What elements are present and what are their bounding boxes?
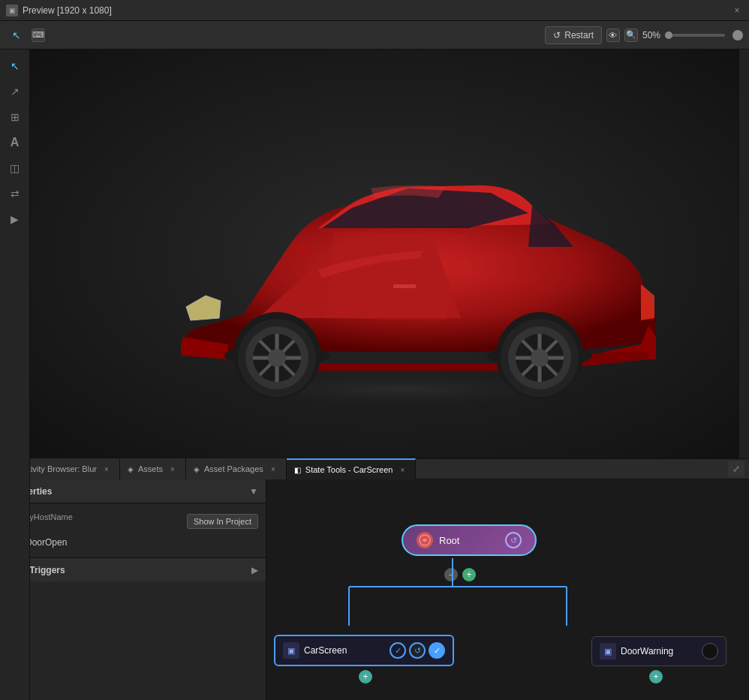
properties-toggle[interactable]: ▼ [249,486,258,497]
root-node[interactable]: Root ↺ [402,524,537,556]
zoom-slider[interactable] [665,34,725,37]
svg-point-20 [531,349,549,367]
eye-icon[interactable]: 👁 [606,29,620,42]
root-node-icon [417,532,433,548]
carscreen-check-btn[interactable]: ✓ [390,642,406,659]
carscreen-refresh-btn[interactable]: ↺ [409,642,426,659]
root-node-label: Root [439,535,459,546]
cursor-tool-icon[interactable]: ↖ [6,25,27,46]
properties-header: Properties ▼ [0,479,266,503]
tab-state-tools[interactable]: ◧ State Tools - CarScreen × [287,458,417,479]
tab-assets-icon: ◈ [128,465,134,473]
sidebar-arrow-icon[interactable]: ↗ [5,81,26,102]
state-item-label: DoorOpen [26,537,67,548]
tab-assets-label: Assets [138,464,163,473]
carscreen-buttons: ✓ ↺ ✓ [390,642,445,659]
close-button[interactable]: × [731,5,743,17]
toolbar: ↖ ⌨ ↺ Restart 👁 🔍 50% [0,21,749,50]
root-refresh-btn[interactable]: ↺ [505,532,522,548]
doorwarning-action-btn[interactable] [702,643,718,659]
tab-state-tools-label: State Tools - CarScreen [305,465,393,474]
tab-bar-end: ⤢ [728,461,749,477]
window-icon: ▣ [6,5,18,17]
sidebar-share-icon[interactable]: ⇄ [5,183,26,204]
tab-asset-packages[interactable]: ◈ Asset Packages × [186,458,287,479]
keyboard-icon[interactable]: ⌨ [32,29,45,42]
dooropen-state-item[interactable]: ↖ DoorOpen [8,533,258,551]
preview-area [30,50,749,458]
svg-point-12 [268,349,286,367]
properties-content: ActivityHostName Root Show In Project ↖ … [0,503,266,557]
state-canvas: Root ↺ − + ▣ CarScreen ✓ ↺ ✓ [266,479,749,700]
tab-close-activity[interactable]: × [101,464,112,474]
preview-vertical-scrollbar[interactable] [738,50,749,458]
tab-close-asset-packages[interactable]: × [268,464,278,474]
tab-close-assets[interactable]: × [167,464,178,474]
zoom-dot [732,30,743,41]
window-title: Preview [1920 x 1080] [23,5,731,16]
restart-button[interactable]: ↺ Restart [545,26,602,44]
sidebar-video-icon[interactable]: ▶ [5,209,26,230]
sidebar-layers-icon[interactable]: ◫ [5,158,26,179]
doorwarning-add-btn[interactable]: + [649,670,663,683]
carscreen-play-btn[interactable]: ✓ [429,642,445,659]
bottom-panel: Properties ▼ ActivityHostName Root Show … [0,479,749,700]
title-bar: ▣ Preview [1920 x 1080] × [0,0,749,21]
tab-asset-packages-icon: ◈ [194,465,200,473]
car-svg [108,97,671,412]
root-node-left: Root [417,532,459,548]
data-triggers-header[interactable]: Data Triggers ▶ [0,557,266,581]
tab-close-state-tools[interactable]: × [397,464,408,475]
tab-assets[interactable]: ◈ Assets × [120,458,186,479]
carscreen-node[interactable]: ▣ CarScreen ✓ ↺ ✓ [274,635,454,666]
search-icon[interactable]: 🔍 [624,29,638,42]
tab-asset-packages-label: Asset Packages [204,464,263,473]
connection-lines [266,479,749,700]
expand-panel-btn[interactable]: ⤢ [728,461,744,477]
car-preview [30,50,749,458]
doorwarning-node[interactable]: ▣ DoorWarning [591,636,726,666]
tab-bar: ◧ Activity Browser: Blur × ◈ Assets × ◈ … [0,458,749,479]
sidebar-text-icon[interactable]: A [5,132,26,153]
carscreen-icon: ▣ [283,642,299,659]
connector-plus-btn[interactable]: + [462,568,476,581]
doorwarning-label: DoorWarning [621,646,697,656]
left-sidebar: ↖ ↗ ⊞ A ◫ ⇄ ▶ [0,50,30,700]
show-in-project-button[interactable]: Show In Project [187,514,258,529]
carscreen-label: CarScreen [304,645,385,656]
tab-label: Activity Browser: Blur [19,464,97,473]
zoom-level: 50% [642,30,660,41]
tab-state-tools-icon: ◧ [294,466,301,474]
carscreen-add-btn[interactable]: + [359,670,372,683]
properties-panel: Properties ▼ ActivityHostName Root Show … [0,479,266,700]
activity-host-row: ActivityHostName Root Show In Project [8,509,258,533]
sidebar-grid-icon[interactable]: ⊞ [5,107,26,128]
zoom-control: 50% [642,30,743,41]
connector-minus-btn[interactable]: − [444,568,458,581]
restart-icon: ↺ [553,30,561,41]
sidebar-cursor-icon[interactable]: ↖ [5,56,26,77]
doorwarning-icon: ▣ [600,643,616,659]
data-triggers-arrow: ▶ [251,565,258,575]
